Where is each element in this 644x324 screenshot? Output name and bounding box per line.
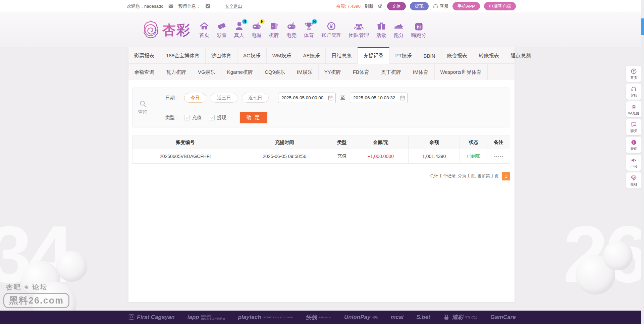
refresh-button[interactable]: 刷新 [365, 3, 373, 9]
decor-ball [56, 251, 87, 282]
footer-logo-mcai: mcai [390, 314, 404, 321]
sidebar-item-挂机[interactable]: 挂机 [626, 172, 642, 188]
nav-label: 电游 [252, 32, 262, 39]
coin-icon [326, 21, 336, 31]
type-checkbox-提现[interactable]: 提现 [209, 115, 226, 121]
gamepad-icon [286, 21, 297, 31]
decor-ball [603, 241, 633, 270]
nav-item-跑分[interactable]: 跑分 [394, 21, 404, 39]
footer-logo-GamCare: GamCare [490, 314, 516, 321]
records-table: 账变编号充提时间类型金额/元余额状态备注 20250605VBDAGCFHFI … [132, 136, 510, 164]
search-icon [139, 100, 147, 108]
tab-FB体育[interactable]: FB体育 [347, 64, 375, 80]
calendar-icon[interactable] [328, 95, 334, 101]
nav-item-团队管理[interactable]: 团队管理 [349, 21, 369, 39]
cell-id: 20250605VBDAGCFHFI [132, 149, 238, 164]
tab-188金宝博体育[interactable]: 188金宝博体育 [160, 47, 206, 63]
tab-Kgame棋牌[interactable]: Kgame棋牌 [221, 64, 259, 80]
nav-item-电游[interactable]: H 电游 [252, 21, 262, 39]
sidebar-item-声音[interactable]: 声音 [626, 155, 642, 171]
tab-CQ9娱乐[interactable]: CQ9娱乐 [259, 64, 291, 80]
nav-item-首页[interactable]: 首页 [199, 21, 209, 39]
tab-PT娱乐[interactable]: PT娱乐 [389, 47, 418, 63]
sidebar-item-疑问[interactable]: 疑问 [626, 137, 642, 153]
site-logo[interactable]: 杏彩 [141, 20, 191, 40]
tab-BBIN[interactable]: BBIN [418, 47, 441, 63]
tab-VG娱乐[interactable]: VG娱乐 [192, 64, 221, 80]
sidebar-item-首页[interactable]: 首页 [626, 66, 642, 82]
nav-label: 体育 [304, 32, 314, 39]
eye-off-icon[interactable] [377, 3, 383, 9]
date-label: 日期： [165, 95, 179, 101]
svg-text:C: C [633, 105, 635, 109]
lock-icon [443, 314, 450, 321]
nav-item-电竞[interactable]: 电竞 [286, 21, 297, 39]
pc-client-button[interactable]: 电脑客户端 [484, 2, 516, 10]
checkbox-icon [184, 115, 190, 120]
scrollbar-track[interactable] [641, 0, 644, 324]
logout-link[interactable]: 安全退出 [225, 3, 242, 9]
nav-label: 首页 [199, 32, 209, 39]
footer-logo-S.bet: S.bet [416, 314, 430, 321]
tab-返点总额[interactable]: 返点总额 [505, 47, 537, 63]
withdraw-button[interactable]: 提现 [410, 2, 429, 10]
tab-余额查询[interactable]: 余额查询 [128, 64, 160, 80]
sidebar-item-label: 首页 [630, 75, 637, 80]
nav-label: 活动 [376, 32, 386, 39]
nav-item-体育[interactable]: N 体育 [304, 21, 314, 39]
nav-label: 跑分 [394, 32, 404, 39]
tab-Wesports世界体育[interactable]: Wesports世界体育 [435, 64, 488, 80]
sidebar-item-客服[interactable]: 客服 [626, 84, 642, 100]
tab-YY棋牌[interactable]: YY棋牌 [319, 64, 347, 80]
deposit-button[interactable]: 充值 [387, 2, 406, 10]
tab-WM娱乐[interactable]: WM娱乐 [267, 47, 298, 63]
footer-logo-First Cagayan: First Cagayan [128, 314, 174, 321]
gift-icon [376, 21, 386, 31]
nav-item-棋牌[interactable]: 棋牌 [269, 21, 279, 39]
calendar-icon[interactable] [399, 95, 406, 101]
nav-item-账户管理[interactable]: 账户管理 [321, 21, 341, 39]
tab-彩票报表[interactable]: 彩票报表 [128, 47, 160, 63]
confirm-button[interactable]: 确 定 [240, 112, 267, 123]
tab-IM娱乐[interactable]: IM娱乐 [291, 64, 319, 80]
envelope-icon[interactable] [168, 3, 174, 9]
watermark-site: 黑料26.com [3, 293, 69, 308]
service-link[interactable]: 客服 [433, 3, 448, 9]
column-header: 金额/元 [353, 136, 409, 149]
quick-近三日-button[interactable]: 近三日 [211, 93, 237, 103]
pagination: 总计 1 个记录, 分为 1 页, 当前第 1 页 1 [430, 172, 510, 180]
nav-item-嗨跑分[interactable]: hi 嗨跑分 [411, 21, 426, 39]
date-to-input[interactable]: 2025-06-05 10:03:32 [350, 93, 408, 103]
page-1-button[interactable]: 1 [502, 172, 510, 180]
seal-icon [128, 314, 135, 321]
nav-item-真人[interactable]: N 真人 [234, 21, 244, 39]
date-from-value: 2025-06-05 00:00:00 [281, 95, 323, 100]
tab-沙巴体育[interactable]: 沙巴体育 [206, 47, 237, 63]
nav-item-活动[interactable]: 活动 [376, 21, 386, 39]
tab-账变报表[interactable]: 账变报表 [441, 47, 473, 63]
mobile-app-button[interactable]: 手机APP [452, 2, 480, 10]
sidebar-item-聊天[interactable]: 聊天 [626, 119, 642, 135]
edit-icon[interactable] [205, 3, 211, 9]
tab-奥丁棋牌[interactable]: 奥丁棋牌 [375, 64, 407, 80]
footer-logo-博彩: 博彩 可靠&安全 [443, 314, 478, 321]
tab-AE娱乐[interactable]: AE娱乐 [297, 47, 326, 63]
tab-AG娱乐[interactable]: AG娱乐 [237, 47, 267, 63]
quick-近七日-button[interactable]: 近七日 [242, 93, 269, 103]
footer-logo-快钱: 快钱 99Bill.com [306, 314, 331, 321]
tab-IM体育[interactable]: IM体育 [407, 64, 435, 80]
date-from-input[interactable]: 2025-06-05 00:00:00 [278, 93, 336, 103]
quick-今日-button[interactable]: 今日 [184, 93, 206, 103]
nav-item-彩票[interactable]: 彩票 [217, 21, 227, 39]
trophy-icon: N [304, 21, 314, 31]
tab-日结总览[interactable]: 日结总览 [326, 47, 358, 63]
scrollbar-thumb[interactable] [641, 18, 644, 35]
tab-瓦力棋牌[interactable]: 瓦力棋牌 [160, 64, 192, 80]
tab-充提记录[interactable]: 充提记录 [358, 47, 389, 64]
mute-icon [631, 157, 637, 163]
footer-logo-sub: 99Bill.com [319, 316, 331, 319]
sidebar-item-IM充值[interactable]: C IM充值 [626, 101, 642, 117]
type-checkbox-充值[interactable]: 充值 [184, 115, 202, 121]
nav-label: 团队管理 [349, 32, 369, 39]
tab-转账报表[interactable]: 转账报表 [473, 47, 505, 63]
